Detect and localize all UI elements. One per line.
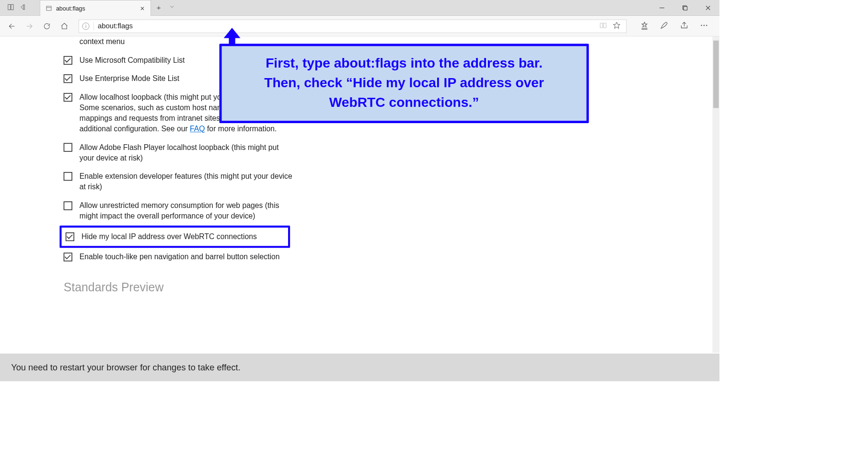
callout-line: Then, check “Hide my local IP address ov… bbox=[233, 73, 576, 92]
svg-point-18 bbox=[706, 24, 707, 25]
setting-label: Allow unrestricted memory consumption fo… bbox=[80, 200, 294, 221]
setting-row: Allow unrestricted memory consumption fo… bbox=[64, 196, 294, 226]
callout-line: WebRTC connections.” bbox=[233, 92, 576, 112]
svg-rect-2 bbox=[23, 5, 24, 10]
setting-label: Enable extension developer features (thi… bbox=[80, 172, 294, 193]
tab-title: about:flags bbox=[56, 5, 137, 12]
browser-tab[interactable]: about:flags ✕ bbox=[40, 0, 151, 16]
home-button[interactable] bbox=[59, 21, 69, 31]
checkbox[interactable] bbox=[64, 74, 72, 83]
toolbar-right bbox=[636, 21, 712, 32]
instruction-callout: First, type about:flags into the address… bbox=[220, 44, 589, 123]
setting-row: Hide my local IP address over WebRTC con… bbox=[64, 230, 286, 244]
page-icon bbox=[46, 5, 52, 11]
svg-point-16 bbox=[701, 24, 702, 25]
forward-button[interactable] bbox=[24, 21, 34, 31]
svg-rect-7 bbox=[683, 7, 687, 10]
setting-row: Enable touch-like pen navigation and bar… bbox=[64, 248, 294, 267]
address-actions bbox=[599, 21, 623, 31]
close-window-button[interactable] bbox=[696, 0, 719, 16]
checkbox[interactable] bbox=[64, 172, 72, 181]
svg-marker-13 bbox=[642, 22, 647, 27]
svg-rect-1 bbox=[11, 4, 13, 10]
reading-view-icon[interactable] bbox=[599, 21, 607, 31]
setting-row: Enable extension developer features (thi… bbox=[64, 167, 294, 196]
checkbox[interactable] bbox=[64, 253, 72, 262]
setting-label: Allow Adobe Flash Player localhost loopb… bbox=[80, 142, 294, 163]
section-heading: Standards Preview bbox=[64, 281, 294, 294]
tab-tools bbox=[0, 0, 40, 15]
favorites-list-icon[interactable] bbox=[640, 21, 649, 32]
restart-notice: You need to restart your browser for cha… bbox=[0, 354, 719, 381]
svg-rect-3 bbox=[46, 6, 51, 11]
svg-point-17 bbox=[704, 24, 705, 25]
notes-icon[interactable] bbox=[660, 21, 669, 32]
checkbox[interactable] bbox=[64, 93, 72, 102]
label-text: for more information. bbox=[205, 125, 277, 133]
callout-line: First, type about:flags into the address… bbox=[233, 53, 576, 73]
tabs-chevron-icon[interactable] bbox=[169, 3, 175, 12]
scrollbar-thumb[interactable] bbox=[713, 41, 719, 108]
share-icon[interactable] bbox=[680, 21, 688, 32]
minimize-button[interactable] bbox=[650, 0, 673, 16]
scrollbar[interactable] bbox=[712, 36, 719, 353]
checkbox[interactable] bbox=[64, 143, 72, 152]
svg-rect-0 bbox=[8, 4, 11, 10]
notice-text: You need to restart your browser for cha… bbox=[11, 362, 241, 373]
site-info-icon[interactable]: i bbox=[82, 23, 90, 30]
maximize-button[interactable] bbox=[673, 0, 696, 16]
more-icon[interactable] bbox=[700, 21, 708, 32]
svg-marker-12 bbox=[613, 22, 620, 28]
title-bar: about:flags ✕ + bbox=[0, 0, 719, 16]
window-controls bbox=[650, 0, 719, 15]
separator bbox=[93, 22, 94, 30]
new-tab-button[interactable]: + bbox=[157, 3, 161, 12]
checkbox[interactable] bbox=[66, 232, 74, 241]
address-text[interactable]: about:flags bbox=[98, 22, 595, 30]
checkbox[interactable] bbox=[64, 56, 72, 65]
setting-row: Allow Adobe Flash Player localhost loopb… bbox=[64, 138, 294, 168]
setting-label: Hide my local IP address over WebRTC con… bbox=[81, 231, 286, 242]
highlighted-setting: Hide my local IP address over WebRTC con… bbox=[59, 226, 290, 248]
favorite-icon[interactable] bbox=[613, 21, 621, 31]
new-tab-area: + bbox=[151, 0, 181, 15]
toolbar: i about:flags bbox=[0, 16, 719, 36]
faq-link[interactable]: FAQ bbox=[190, 125, 205, 133]
refresh-button[interactable] bbox=[42, 21, 52, 31]
address-bar[interactable]: i about:flags bbox=[79, 19, 626, 33]
setting-label: Enable touch-like pen navigation and bar… bbox=[80, 252, 294, 263]
checkbox[interactable] bbox=[64, 201, 72, 210]
tabs-list-icon[interactable] bbox=[18, 3, 25, 12]
set-aside-tabs-icon[interactable] bbox=[7, 3, 14, 12]
back-button[interactable] bbox=[7, 21, 17, 31]
close-tab-icon[interactable]: ✕ bbox=[140, 5, 145, 12]
